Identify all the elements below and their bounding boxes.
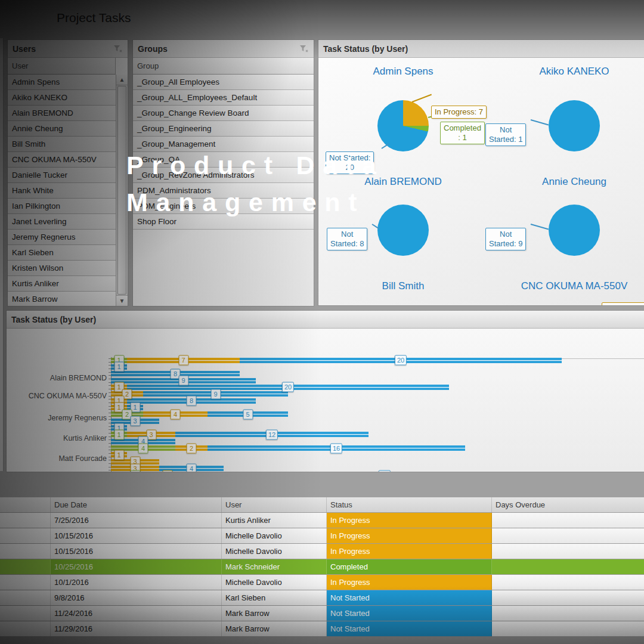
column-header-Status[interactable]: Status [327, 497, 492, 512]
status-cell[interactable]: In Progress [327, 513, 492, 528]
due-date-cell[interactable]: 9/8/2016 [51, 590, 222, 605]
table-row[interactable]: 10/25/2016Mark SchneiderCompleted9 [0, 559, 644, 575]
groups-column-header[interactable]: Group [133, 58, 314, 75]
pie-chart[interactable] [549, 205, 600, 256]
bar-chart-area: Alain BREMONDCNC OKUMA MA-550VJeremy Reg… [7, 329, 644, 472]
bar-category-label: Matt Fourcade [11, 454, 107, 463]
user-list-item[interactable]: Kurtis Anliker [8, 276, 116, 292]
user-cell[interactable]: Mark Schneider [222, 559, 327, 574]
bar-value-label: 2 [187, 443, 197, 453]
scroll-down-icon[interactable]: ▼ [116, 295, 128, 306]
due-date-cell[interactable]: 11/29/2016 [51, 621, 222, 636]
bar-value-label: 9 [178, 376, 188, 386]
due-date-cell[interactable]: 10/25/2016 [51, 559, 222, 574]
user-cell[interactable]: Michelle Davolio [222, 528, 327, 543]
group-list-item[interactable]: _Group_ALL_Employees_Default [133, 90, 314, 106]
user-list-item[interactable]: CNC OKUMA MA-550V [8, 152, 116, 168]
status-cell[interactable]: Not Started [327, 621, 492, 636]
pie-panel-header: Task Status (by User) [318, 40, 644, 58]
bar-value-label: 5 [243, 409, 253, 419]
filter-funnel-icon[interactable] [113, 45, 123, 53]
user-list-item[interactable]: Mark Barrow [8, 292, 116, 306]
group-list-item[interactable]: _Group_All Employees [133, 75, 314, 90]
user-cell[interactable]: Michelle Davolio [222, 575, 327, 590]
user-list-item[interactable]: Kristen Wilson [8, 261, 116, 276]
user-cell[interactable]: Karl Sieben [222, 590, 327, 605]
user-list-item[interactable]: Ian Pilkington [8, 199, 116, 214]
days-overdue-cell[interactable]: 10 [492, 590, 644, 605]
user-cell[interactable]: Kurtis Anliker [222, 513, 327, 528]
status-cell[interactable]: In Progress [327, 544, 492, 559]
user-list-item[interactable]: Janet Leverling [8, 214, 116, 230]
bar-value-label: 4 [138, 443, 148, 453]
table-row[interactable]: 10/15/2016Michelle DavolioIn Progress9 [0, 544, 644, 559]
user-list-item[interactable]: Akiko KANEKO [8, 90, 116, 106]
scroll-up-icon[interactable]: ▲ [116, 75, 128, 85]
status-cell[interactable]: Not Started [327, 590, 492, 605]
bar-value-label: 1 [114, 450, 124, 460]
user-list-item[interactable]: Bill Smith [8, 137, 116, 152]
column-header-blank[interactable] [0, 497, 51, 512]
pie-chart[interactable] [549, 100, 600, 151]
days-overdue-cell[interactable]: 9 [492, 621, 644, 636]
row-indicator-cell [0, 606, 51, 621]
bar-value-label: 20 [282, 382, 294, 392]
status-cell[interactable]: Not Started [327, 606, 492, 621]
row-indicator-cell [0, 621, 51, 636]
user-list-item[interactable]: Danielle Tucker [8, 168, 116, 183]
task-table: Due DateUserStatusDays Overdue7/25/2016K… [0, 497, 644, 637]
user-cell[interactable]: Mark Barrow [222, 606, 327, 621]
pie-callout-in-progress: In Progress: 7 [431, 106, 487, 119]
group-list-item[interactable]: _Group_Change Review Board [133, 106, 314, 121]
days-overdue-cell[interactable]: 9 [492, 606, 644, 621]
bar-value-label: 20 [395, 355, 407, 366]
users-scrollbar[interactable]: ▲ ▼ [116, 75, 128, 306]
group-list-item[interactable]: _Group_Engineering [133, 121, 314, 137]
days-overdue-cell[interactable]: 9 [492, 575, 644, 590]
column-header-Days Overdue[interactable]: Days Overdue [492, 497, 644, 512]
user-list-item[interactable]: Annie Cheung [8, 121, 116, 137]
due-date-cell[interactable]: 10/1/2016 [51, 575, 222, 590]
table-row[interactable]: 10/1/2016Michelle DavolioIn Progress9 [0, 575, 644, 590]
column-header-User[interactable]: User [222, 497, 327, 512]
days-overdue-cell[interactable]: 10 [492, 513, 644, 528]
due-date-cell[interactable]: 11/24/2016 [51, 606, 222, 621]
task-status-bar-panel: Task Status (by User) Alain BREMONDCNC O… [6, 310, 644, 472]
user-list-item[interactable]: Hank White [8, 183, 116, 199]
table-row[interactable]: 9/8/2016Karl SiebenNot Started10 [0, 590, 644, 606]
status-cell[interactable]: In Progress [327, 528, 492, 543]
user-list-item[interactable]: Karl Sieben [8, 245, 116, 261]
due-date-cell[interactable]: 10/15/2016 [51, 528, 222, 543]
user-list-item[interactable]: Jeremy Regnerus [8, 230, 116, 245]
pie-chart-title: Bill Smith [382, 280, 425, 292]
user-cell[interactable]: Mark Barrow [222, 621, 327, 636]
scrollbar-thumb[interactable] [117, 86, 126, 295]
pie-chart[interactable] [377, 205, 429, 256]
days-overdue-cell[interactable]: 9 [492, 528, 644, 543]
days-overdue-cell[interactable]: 9 [492, 544, 644, 559]
table-row[interactable]: 7/25/2016Kurtis AnlikerIn Progress10 [0, 513, 644, 528]
filter-funnel-icon[interactable] [299, 45, 309, 53]
column-header-Due Date[interactable]: Due Date [51, 497, 222, 512]
user-cell[interactable]: Michelle Davolio [222, 544, 327, 559]
users-column-header[interactable]: User [8, 58, 116, 75]
table-row[interactable]: 11/29/2016Mark BarrowNot Started9 [0, 621, 644, 637]
pie-chart-title: Akiko KANEKO [539, 66, 609, 78]
user-list-item[interactable]: Admin Spens [8, 75, 116, 90]
table-row[interactable]: 10/15/2016Michelle DavolioIn Progress9 [0, 528, 644, 544]
user-list-item[interactable]: Alain BREMOND [8, 106, 116, 121]
row-indicator-cell [0, 559, 51, 574]
status-cell[interactable]: Completed [327, 559, 492, 574]
due-date-cell[interactable]: 10/15/2016 [51, 544, 222, 559]
pie-chart[interactable] [377, 100, 429, 151]
pie-callout-completed: Completed: 1 [440, 122, 485, 144]
days-overdue-cell[interactable]: 9 [492, 559, 644, 574]
bar-value-label: 1 [114, 362, 124, 372]
pie-panel-title: Task Status (by User) [323, 44, 408, 54]
bar-value-label: 8 [187, 396, 197, 406]
due-date-cell[interactable]: 7/25/2016 [51, 513, 222, 528]
status-cell[interactable]: In Progress [327, 575, 492, 590]
overlay-title-line2: Management [126, 184, 385, 221]
users-panel-title: Users [13, 44, 36, 54]
table-row[interactable]: 11/24/2016Mark BarrowNot Started9 [0, 606, 644, 621]
